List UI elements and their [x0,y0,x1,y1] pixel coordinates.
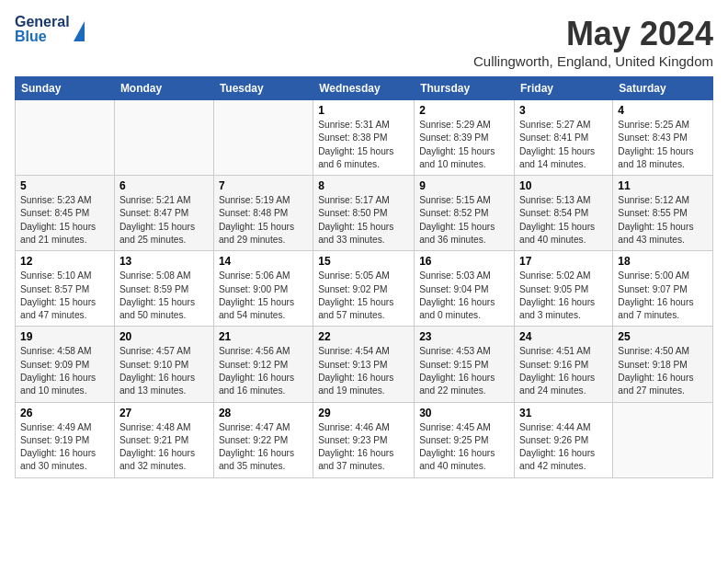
day-info: Sunrise: 5:29 AMSunset: 8:39 PMDaylight:… [419,119,509,171]
weekday-header-cell: Sunday [16,77,115,100]
calendar-day-cell: 29Sunrise: 4:46 AMSunset: 9:23 PMDayligh… [313,402,415,477]
calendar-day-cell: 7Sunrise: 5:19 AMSunset: 8:48 PMDaylight… [213,176,313,251]
day-number: 18 [618,255,708,268]
calendar-body: 1Sunrise: 5:31 AMSunset: 8:38 PMDaylight… [16,100,713,478]
month-title: May 2024 [473,15,713,53]
day-number: 8 [318,179,409,192]
day-number: 20 [119,330,209,343]
calendar-day-cell: 24Sunrise: 4:51 AMSunset: 9:16 PMDayligh… [515,327,613,402]
calendar-day-cell [16,100,115,176]
logo: General Blue [15,15,85,44]
calendar-day-cell: 22Sunrise: 4:54 AMSunset: 9:13 PMDayligh… [313,327,415,402]
day-info: Sunrise: 5:21 AMSunset: 8:47 PMDaylight:… [119,194,209,247]
weekday-header-row: SundayMondayTuesdayWednesdayThursdayFrid… [16,77,713,100]
location-subtitle: Cullingworth, England, United Kingdom [473,53,713,69]
calendar-day-cell: 27Sunrise: 4:48 AMSunset: 9:21 PMDayligh… [114,402,213,477]
calendar-day-cell: 20Sunrise: 4:57 AMSunset: 9:10 PMDayligh… [114,327,213,402]
day-info: Sunrise: 5:08 AMSunset: 8:59 PMDaylight:… [119,270,209,322]
calendar-day-cell: 10Sunrise: 5:13 AMSunset: 8:54 PMDayligh… [515,176,613,251]
day-info: Sunrise: 4:45 AMSunset: 9:25 PMDaylight:… [419,421,509,474]
calendar-table: SundayMondayTuesdayWednesdayThursdayFrid… [15,76,713,478]
title-block: May 2024 Cullingworth, England, United K… [473,15,713,69]
day-number: 2 [419,104,509,117]
calendar-day-cell [114,100,213,176]
day-number: 14 [219,255,308,268]
day-number: 29 [318,407,409,419]
calendar-day-cell: 15Sunrise: 5:05 AMSunset: 9:02 PMDayligh… [313,251,415,327]
calendar-day-cell: 9Sunrise: 5:15 AMSunset: 8:52 PMDaylight… [415,176,515,251]
calendar-week-row: 5Sunrise: 5:23 AMSunset: 8:45 PMDaylight… [16,176,713,251]
day-info: Sunrise: 4:53 AMSunset: 9:15 PMDaylight:… [419,345,509,397]
day-number: 25 [618,330,708,343]
day-number: 22 [318,330,409,343]
day-info: Sunrise: 4:57 AMSunset: 9:10 PMDaylight:… [119,345,209,397]
page-header: General Blue May 2024 Cullingworth, Engl… [15,15,713,69]
day-info: Sunrise: 4:47 AMSunset: 9:22 PMDaylight:… [219,421,308,474]
calendar-day-cell: 4Sunrise: 5:25 AMSunset: 8:43 PMDaylight… [613,100,713,176]
day-number: 23 [419,330,509,343]
day-number: 19 [20,330,109,343]
day-number: 21 [219,330,308,343]
calendar-week-row: 12Sunrise: 5:10 AMSunset: 8:57 PMDayligh… [16,251,713,327]
logo-triangle-icon [74,21,85,41]
calendar-week-row: 1Sunrise: 5:31 AMSunset: 8:38 PMDaylight… [16,100,713,176]
calendar-day-cell: 8Sunrise: 5:17 AMSunset: 8:50 PMDaylight… [313,176,415,251]
day-info: Sunrise: 5:05 AMSunset: 9:02 PMDaylight:… [318,270,409,322]
day-number: 7 [219,179,308,192]
day-number: 5 [20,179,109,192]
calendar-day-cell: 30Sunrise: 4:45 AMSunset: 9:25 PMDayligh… [415,402,515,477]
weekday-header-cell: Monday [114,77,213,100]
day-number: 26 [20,407,109,419]
calendar-day-cell: 11Sunrise: 5:12 AMSunset: 8:55 PMDayligh… [613,176,713,251]
day-number: 28 [219,407,308,419]
day-number: 12 [20,255,109,268]
calendar-day-cell [213,100,313,176]
day-info: Sunrise: 5:17 AMSunset: 8:50 PMDaylight:… [318,194,409,247]
calendar-day-cell: 6Sunrise: 5:21 AMSunset: 8:47 PMDaylight… [114,176,213,251]
day-info: Sunrise: 4:50 AMSunset: 9:18 PMDaylight:… [618,345,708,397]
day-number: 13 [119,255,209,268]
weekday-header-cell: Saturday [613,77,713,100]
calendar-day-cell: 17Sunrise: 5:02 AMSunset: 9:05 PMDayligh… [515,251,613,327]
calendar-day-cell: 13Sunrise: 5:08 AMSunset: 8:59 PMDayligh… [114,251,213,327]
day-info: Sunrise: 4:54 AMSunset: 9:13 PMDaylight:… [318,345,409,397]
day-info: Sunrise: 4:51 AMSunset: 9:16 PMDaylight:… [519,345,608,397]
calendar-day-cell: 18Sunrise: 5:00 AMSunset: 9:07 PMDayligh… [613,251,713,327]
day-number: 17 [519,255,608,268]
day-info: Sunrise: 5:00 AMSunset: 9:07 PMDaylight:… [618,270,708,322]
day-info: Sunrise: 4:44 AMSunset: 9:26 PMDaylight:… [519,421,608,474]
calendar-day-cell: 31Sunrise: 4:44 AMSunset: 9:26 PMDayligh… [515,402,613,477]
day-number: 16 [419,255,509,268]
calendar-day-cell: 21Sunrise: 4:56 AMSunset: 9:12 PMDayligh… [213,327,313,402]
calendar-day-cell: 12Sunrise: 5:10 AMSunset: 8:57 PMDayligh… [16,251,115,327]
day-number: 15 [318,255,409,268]
day-info: Sunrise: 5:25 AMSunset: 8:43 PMDaylight:… [618,119,708,171]
day-number: 27 [119,407,209,419]
day-info: Sunrise: 4:49 AMSunset: 9:19 PMDaylight:… [20,421,109,474]
day-info: Sunrise: 5:10 AMSunset: 8:57 PMDaylight:… [20,270,109,322]
calendar-day-cell: 3Sunrise: 5:27 AMSunset: 8:41 PMDaylight… [515,100,613,176]
day-info: Sunrise: 5:19 AMSunset: 8:48 PMDaylight:… [219,194,308,247]
day-number: 4 [618,104,708,117]
calendar-day-cell: 23Sunrise: 4:53 AMSunset: 9:15 PMDayligh… [415,327,515,402]
calendar-day-cell: 26Sunrise: 4:49 AMSunset: 9:19 PMDayligh… [16,402,115,477]
weekday-header-cell: Tuesday [213,77,313,100]
day-info: Sunrise: 5:12 AMSunset: 8:55 PMDaylight:… [618,194,708,247]
logo-blue-text: Blue [15,29,70,44]
day-info: Sunrise: 5:31 AMSunset: 8:38 PMDaylight:… [318,119,409,171]
day-number: 9 [419,179,509,192]
day-info: Sunrise: 4:46 AMSunset: 9:23 PMDaylight:… [318,421,409,474]
calendar-day-cell: 14Sunrise: 5:06 AMSunset: 9:00 PMDayligh… [213,251,313,327]
calendar-day-cell: 1Sunrise: 5:31 AMSunset: 8:38 PMDaylight… [313,100,415,176]
day-info: Sunrise: 5:13 AMSunset: 8:54 PMDaylight:… [519,194,608,247]
day-number: 31 [519,407,608,419]
day-info: Sunrise: 5:23 AMSunset: 8:45 PMDaylight:… [20,194,109,247]
calendar-day-cell: 16Sunrise: 5:03 AMSunset: 9:04 PMDayligh… [415,251,515,327]
day-number: 1 [318,104,409,117]
day-info: Sunrise: 5:02 AMSunset: 9:05 PMDaylight:… [519,270,608,322]
calendar-week-row: 26Sunrise: 4:49 AMSunset: 9:19 PMDayligh… [16,402,713,477]
calendar-day-cell: 5Sunrise: 5:23 AMSunset: 8:45 PMDaylight… [16,176,115,251]
weekday-header-cell: Friday [515,77,613,100]
day-info: Sunrise: 5:06 AMSunset: 9:00 PMDaylight:… [219,270,308,322]
calendar-week-row: 19Sunrise: 4:58 AMSunset: 9:09 PMDayligh… [16,327,713,402]
